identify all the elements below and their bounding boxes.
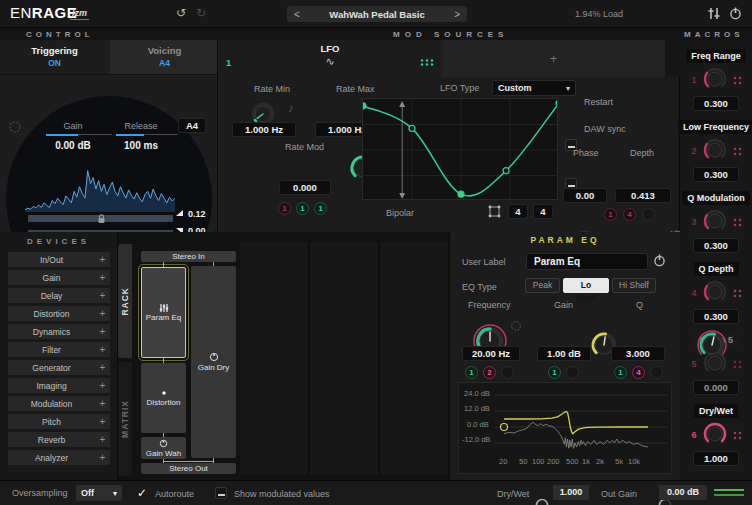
mod-badge[interactable]: 1 [614,366,627,379]
macro-label[interactable]: Q Modulation [682,191,750,205]
device-item-gain[interactable]: Gain+ [8,270,110,285]
gain-dry-node[interactable]: Gain Dry [191,266,236,458]
mod-badge[interactable]: 4 [623,208,636,221]
eq-type-lo-shelf-button[interactable]: Lo Shelf [563,278,609,293]
release-value[interactable]: 100 ms [110,140,172,151]
macro-drag-dots-icon[interactable] [732,217,742,227]
macro-knob[interactable] [702,208,728,236]
grid-y-value[interactable]: 4 [533,204,553,219]
mod-badge[interactable]: 1 [465,366,478,379]
mod-badge[interactable] [566,366,579,379]
preset-name[interactable]: WahWah Pedal Basic [329,9,424,20]
lfo-graph[interactable] [362,98,558,200]
device-item-distortion[interactable]: Distortion+ [8,306,110,321]
gain-wah-node[interactable]: Gain Wah [141,437,186,459]
snap-grid-icon[interactable] [488,205,501,220]
note-button[interactable]: A4 [178,118,206,133]
device-item-generator[interactable]: Generator+ [8,360,110,375]
preset-prev-button[interactable]: < [294,9,300,20]
macro-drag-dots-icon[interactable] [732,359,742,369]
tab-voicing[interactable]: Voicing A4 [110,40,218,75]
plus-icon[interactable]: + [96,380,110,391]
device-item-analyzer[interactable]: Analyzer+ [8,450,110,465]
freq-mode-icon[interactable] [510,320,522,334]
plus-icon[interactable]: + [96,398,110,409]
lfo-type-dropdown[interactable]: Custom ▾ [492,80,576,96]
macro-drag-dots-icon[interactable] [732,146,742,156]
gain-value[interactable]: 0.00 dB [42,140,104,151]
mod-badge[interactable]: 2 [483,366,496,379]
param-eq-node[interactable]: Param Eq [141,267,186,358]
macro-drag-dots-icon[interactable] [732,75,742,85]
oversampling-dropdown[interactable]: Off ▾ [76,485,122,501]
plus-icon[interactable]: + [96,254,110,265]
stereo-out-node[interactable]: Stereo Out [141,463,236,474]
macro-value[interactable]: 0.300 [693,96,739,111]
plus-icon[interactable]: + [96,326,110,337]
rate-min-note-icon[interactable]: ♪ [288,102,294,114]
release-slider[interactable] [116,134,144,136]
device-item-modulation[interactable]: Modulation+ [8,396,110,411]
mod-badge[interactable] [501,366,514,379]
preset-bar[interactable]: < WahWah Pedal Basic > [287,6,467,22]
threshold-high-handle[interactable] [176,210,183,216]
plus-icon[interactable]: + [96,362,110,373]
macro-drag-dots-icon[interactable] [732,288,742,298]
q-value[interactable]: 3.000 [611,346,665,361]
tab-matrix[interactable]: MATRIX [118,362,132,476]
macro-knob[interactable] [702,279,728,307]
threshold-high-value[interactable]: 0.12 [188,209,206,219]
macro-knob[interactable] [702,137,728,165]
eq-gain-value[interactable]: 1.00 dB [537,346,591,361]
device-power-icon[interactable] [653,254,666,269]
redo-icon[interactable]: ↻ [196,6,206,20]
plus-icon[interactable]: + [96,290,110,301]
macro-label[interactable]: Freq Range [686,49,746,63]
macro-value[interactable]: 1.000 [693,451,739,466]
plus-icon[interactable]: + [96,344,110,355]
mod-badge[interactable]: 4 [632,366,645,379]
stereo-in-node[interactable]: Stereo In [141,251,236,262]
eq-type-peak-button[interactable]: Peak [525,278,560,293]
distortion-node[interactable]: Distortion [141,363,186,433]
macro-value[interactable]: 0.000 [693,380,739,395]
plus-icon[interactable]: + [96,272,110,283]
macro-label[interactable]: Dry/Wet [694,404,738,418]
undo-icon[interactable]: ↺ [176,6,186,20]
macro-value[interactable]: 0.300 [693,309,739,324]
lfo-tab[interactable]: 1 LFO ∿ [218,40,442,77]
device-item-pitch[interactable]: Pitch+ [8,414,110,429]
depth-value[interactable]: 0.413 [615,188,671,203]
autoroute-checkbox[interactable]: ✓ [137,486,147,500]
tab-triggering[interactable]: Triggering ON [0,40,109,75]
out-gain-value[interactable]: 0.00 dB [659,485,707,500]
plus-icon[interactable]: + [96,416,110,427]
grid-x-value[interactable]: 4 [508,204,528,219]
macro-value[interactable]: 0.300 [693,238,739,253]
macro-label[interactable]: Q Depth [694,262,739,276]
preset-next-button[interactable]: > [454,9,460,20]
device-item-inout[interactable]: In/Out+ [8,252,110,267]
knob-settings-icon[interactable] [8,120,22,136]
macro-label[interactable]: Low Frequency [678,120,752,134]
lock-icon[interactable] [97,214,106,226]
mixer-icon[interactable] [706,7,721,22]
rate-min-value[interactable]: 1.000 Hz [232,122,296,137]
device-item-filter[interactable]: Filter+ [8,342,110,357]
tab-rack[interactable]: RACK [118,244,132,358]
plus-icon[interactable]: + [96,434,110,445]
show-modulated-checkbox[interactable] [215,487,227,499]
eq-type-hi-shelf-button[interactable]: Hi Shelf [612,278,656,293]
dry-wet-knob[interactable] [535,498,549,505]
device-item-dynamics[interactable]: Dynamics+ [8,324,110,339]
mod-badge[interactable]: 1 [548,366,561,379]
q-knob[interactable] [696,329,728,363]
mod-badge[interactable]: 1 [314,202,327,215]
plus-icon[interactable]: + [96,308,110,319]
macro-knob[interactable] [702,421,728,449]
device-item-reverb[interactable]: Reverb+ [8,432,110,447]
drag-handle-icon[interactable] [420,58,434,67]
macro-knob[interactable] [702,66,728,94]
macro-value[interactable]: 0.300 [693,167,739,182]
plus-icon[interactable]: + [96,452,110,463]
